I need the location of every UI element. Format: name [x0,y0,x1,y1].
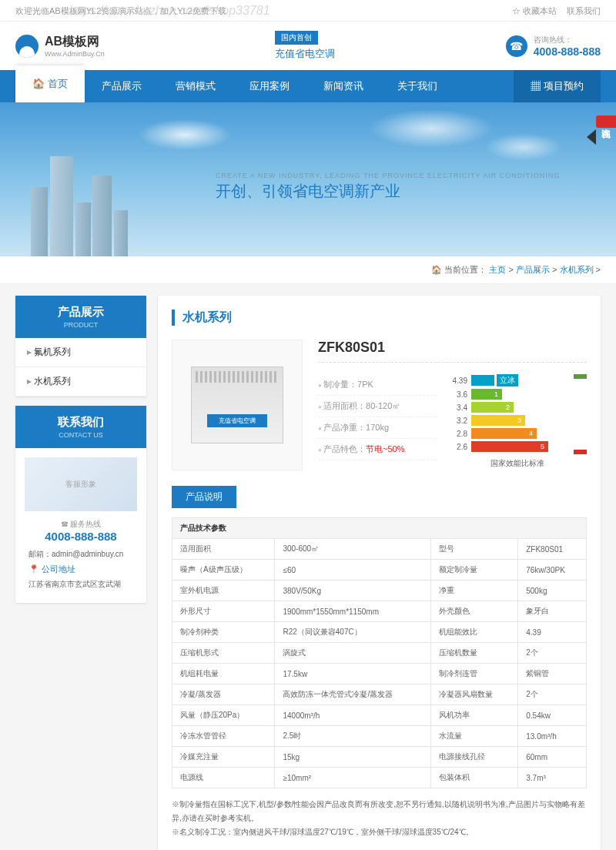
sidebar-item-1[interactable]: 水机系列 [15,367,146,397]
banner-cn: 开创、引领省电空调新产业 [216,181,560,202]
ac-label: 充值省电空调 [207,414,267,427]
energy-right-label: 耗能 [574,450,587,454]
nav-item-5[interactable]: 关于我们 [380,70,454,102]
table-title: 产品技术参数 [172,518,587,539]
side-arrow-icon[interactable] [587,129,596,145]
sidebar-item-0[interactable]: 氟机系列 [15,338,146,367]
table-row: 电源线≥10mm²包装体积3.7m³ [172,768,587,788]
energy-left-label: 节能 [574,374,587,379]
nav-item-0[interactable]: 🏠 首页 [15,65,85,102]
table-row: 压缩机形式涡旋式压缩机数量2个 [172,643,587,664]
nav-item-4[interactable]: 新闻资讯 [306,70,380,102]
banner-en: CREATE A NEW INDUSTRY, LEADING THE PROVI… [216,172,560,179]
contact-title-en: CONTACT US [25,431,137,439]
contact-image: 客服形象 [25,457,137,511]
table-row: 冷冻水管管径2.5时水流量13.0m³/h [172,726,587,747]
contact-hotline-number: 4008-888-888 [25,530,137,543]
hero-banner: CREATE A NEW INDUSTRY, LEADING THE PROVI… [0,102,616,256]
product-image: 充值省电空调 [172,340,303,470]
desc-tab[interactable]: 产品说明 [172,486,236,508]
table-row: 室外机电源380V/50Kg净重500kg [172,581,587,601]
nav-item-1[interactable]: 产品展示 [85,70,159,102]
energy-row: 3.42 [448,402,571,413]
nav-reserve[interactable]: ▦ 项目预约 [514,70,601,102]
spec-item: 产品特色：节电~50% [318,439,437,460]
section-title: 水机系列 [172,310,587,326]
table-row: 冷凝/蒸发器高效防冻一体壳管式冷凝/蒸发器冷凝器风扇数量2个 [172,684,587,705]
spec-item: 产品净重：170kg [318,417,437,439]
table-row: 冷媒充注量15kg电源接线孔径60mm [172,747,587,768]
sidebar: 产品展示 PRODUCT 氟机系列水机系列 联系我们 CONTACT US 客服… [15,296,146,612]
nav-item-2[interactable]: 营销模式 [159,70,233,102]
table-row: 噪声（A级声压级）≤60额定制冷量76kw/30PK [172,560,587,581]
breadcrumb-label: 当前位置： [444,265,487,274]
header: AB模板网 Www.AdminBuy.Cn 国内首创 充值省电空调 ☎ 咨询热线… [0,22,616,70]
logo[interactable]: AB模板网 Www.AdminBuy.Cn [15,34,105,58]
breadcrumb-home[interactable]: 主页 [489,265,506,274]
table-row: 制冷剂种类R22（同议兼容407C）机组能效比4.39 [172,622,587,643]
table-row: 机组耗电量17.5kw制冷剂连管紫铜管 [172,664,587,684]
product-name: ZFK80S01 [318,340,587,363]
table-row: 外形尺寸1900mm*1550mm*1150mm外壳颜色象牙白 [172,601,587,622]
phone-icon: ☎ [506,35,527,57]
contact-addr-label: 📍 公司地址 [25,564,137,575]
table-row: 适用面积300-600㎡型号ZFK80S01 [172,539,587,560]
online-consult-tab[interactable]: 在线咨询 [596,115,616,128]
energy-row: 2.65 [448,441,571,452]
sidebar-title-en: PRODUCT [25,321,137,329]
sidebar-product-header: 产品展示 PRODUCT [15,296,146,338]
logo-sub: Www.AdminBuy.Cn [45,50,105,58]
breadcrumb: 🏠 当前位置： 主页 > 产品展示 > 水机系列 > [0,256,616,284]
contact-link[interactable]: 联系我们 [567,6,601,15]
logo-icon [15,35,38,58]
sidebar-contact-header: 联系我们 CONTACT US [15,406,146,448]
sidebar-title-cn: 产品展示 [25,305,137,320]
contact-title-cn: 联系我们 [25,415,137,430]
energy-row: 4.39立冰 [448,374,571,387]
energy-row: 2.84 [448,428,571,439]
hotline: ☎ 咨询热线： 4008-888-888 [506,35,601,58]
watermark-text: https://www.huzhan.com/ishop33781 [69,4,270,18]
spec-item: 适用面积：80-120㎡ [318,396,437,417]
header-slogan: 国内首创 充值省电空调 [275,31,335,61]
hotline-number: 4008-888-888 [534,45,601,58]
spec-table: 产品技术参数 适用面积300-600㎡型号ZFK80S01噪声（A级声压级）≤6… [172,517,587,788]
contact-address: 江苏省南京市玄武区玄武湖 [25,579,137,590]
hotline-label: 咨询热线： [534,35,601,45]
spec-item: 制冷量：7PK [318,374,437,396]
slogan-text: 充值省电空调 [275,47,335,61]
energy-standard-label: 国家效能比标准 [448,458,587,469]
energy-row: 3.23 [448,415,571,426]
nav-item-3[interactable]: 应用案例 [233,70,306,102]
contact-email: 邮箱：admin@adminbuy.cn [25,549,137,560]
table-row: 风量（静压20Pa）14000m³/h风机功率0.54kw [172,705,587,726]
favorite-link[interactable]: ☆ 收藏本站 [512,6,557,15]
slogan-tag: 国内首创 [275,31,318,45]
energy-chart: 4.39立冰3.613.423.232.842.65 节能 耗能 国家效能比标准 [448,374,587,469]
energy-row: 3.61 [448,389,571,400]
note-text: ※制冷量指在国标工况下,机型/参数/性能会因产品改良而有所改变,恕不另行通知,以… [172,798,587,825]
contact-hotline-label: ☎ 服务热线 [25,519,137,530]
logo-name: AB模板网 [45,34,105,50]
breadcrumb-sub[interactable]: 水机系列 [560,265,594,274]
main-content: 水机系列 充值省电空调 ZFK80S01 制冷量：7PK适用面积：80-120㎡… [158,296,601,850]
breadcrumb-cat[interactable]: 产品展示 [516,265,550,274]
note-text: ※名义制冷工况：室内侧进风干球/湿球温度27℃/19℃，室外侧干球/湿球温度35… [172,825,587,839]
main-nav: 🏠 首页产品展示营销模式应用案例新闻资讯关于我们▦ 项目预约 [0,70,616,102]
